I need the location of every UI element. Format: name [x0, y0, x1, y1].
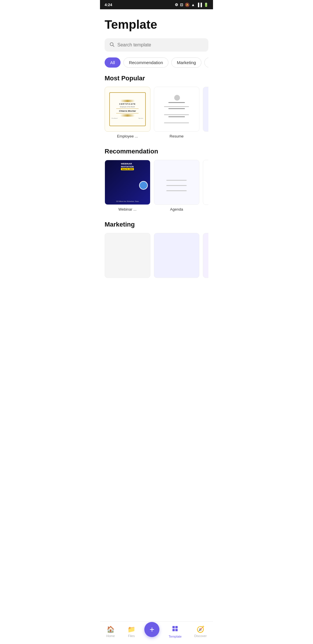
- screenshot-icon: ⊡: [180, 3, 183, 7]
- main-content: Template All Recommendation Marketing Ed…: [100, 9, 213, 634]
- cert-line-1: [116, 108, 139, 109]
- most-popular-row: CERTIFICATE Employee of the Month Chiarr…: [105, 87, 208, 140]
- template-thumb-mkt-1: [105, 233, 150, 278]
- svg-rect-2: [172, 626, 175, 628]
- template-label-agenda: Agenda: [203, 134, 208, 138]
- resume-photo: [174, 95, 180, 101]
- template-label-employee: Employee ...: [105, 134, 150, 138]
- webinar-date: June 11, 2021: [121, 168, 134, 170]
- settings-icon: ⚙: [175, 3, 178, 7]
- webinar-avatar: [139, 181, 148, 190]
- filter-chips: All Recommendation Marketing Education: [105, 57, 208, 68]
- template-label-agenda2: Agenda: [154, 207, 200, 211]
- template-icon: [172, 625, 179, 634]
- section-title-marketing: Marketing: [105, 221, 208, 228]
- nav-template-label: Template: [169, 635, 182, 638]
- cert-sub-text: Employee of the Month: [120, 106, 135, 108]
- a2-line-2: [166, 180, 187, 181]
- chip-marketing[interactable]: Marketing: [171, 57, 201, 68]
- page-title: Template: [105, 18, 208, 31]
- template-card-agenda2[interactable]: Agenda: [154, 160, 200, 211]
- r-line-4: [168, 108, 185, 109]
- search-bar[interactable]: [105, 38, 208, 52]
- section-title-recommendation: Recommendation: [105, 148, 208, 155]
- wifi-icon: ▲: [191, 3, 195, 7]
- webinar-address: 315 Wilson Ave, Richardson, Texas: [116, 200, 139, 202]
- section-recommendation: Recommendation WEBINARINVITATION June 11…: [105, 148, 208, 213]
- files-icon: 📁: [128, 626, 135, 633]
- discover-icon: 🧭: [196, 626, 204, 633]
- bottom-nav: 🏠 Home 📁 Files + Template 🧭 Discover: [100, 621, 213, 644]
- cert-ornament: [120, 100, 135, 102]
- template-thumb-mkt-3: [203, 233, 208, 278]
- cert-line-2: [116, 113, 139, 113]
- cert-border: CERTIFICATE Employee of the Month Chiarr…: [109, 92, 146, 126]
- search-input[interactable]: [117, 42, 204, 48]
- cert-ornament-2: [120, 114, 135, 117]
- svg-rect-3: [175, 626, 178, 628]
- search-icon: [109, 42, 114, 48]
- svg-line-1: [113, 46, 114, 47]
- status-bar: 4:24 ⚙ ⊡ 🔕 ▲ ▐▐ 🔋: [100, 0, 213, 9]
- cert-sig-right: Signature: [138, 117, 143, 119]
- r-line-3: [164, 106, 189, 107]
- cert-title-text: CERTIFICATE: [119, 103, 136, 105]
- cert-sig-left: Elisa Award: [112, 117, 118, 119]
- nav-files[interactable]: 📁 Files: [124, 625, 139, 639]
- section-marketing: Marketing: [105, 221, 208, 281]
- cert-bottom: Elisa Award Signature: [112, 117, 143, 119]
- section-most-popular: Most Popular CERTIFICATE Employee of the…: [105, 75, 208, 140]
- nav-template[interactable]: Template: [165, 624, 185, 639]
- r-line-11: [164, 122, 189, 123]
- svg-rect-4: [172, 629, 175, 631]
- template-thumb-webinar: WEBINARINVITATION June 11, 2021 315 Wils…: [105, 160, 150, 205]
- add-icon: +: [150, 625, 154, 634]
- template-label-resume: Resume: [154, 134, 200, 138]
- home-icon: 🏠: [107, 626, 114, 633]
- template-card-mkt-1[interactable]: [105, 233, 150, 280]
- section-title-most-popular: Most Popular: [105, 75, 208, 82]
- nav-discover[interactable]: 🧭 Discover: [191, 625, 210, 639]
- template-thumb-meeting: [203, 160, 208, 205]
- template-thumb-agenda: [203, 87, 208, 132]
- nav-home[interactable]: 🏠 Home: [103, 625, 118, 639]
- signal-icon: ▐▐: [197, 3, 202, 7]
- template-label-meeting: Meeting Minute...: [203, 207, 208, 211]
- cert-name: Chiarra Mochar: [119, 110, 136, 112]
- chip-recommendation[interactable]: Recommendation: [123, 57, 169, 68]
- template-card-meeting[interactable]: Meeting Minute...: [203, 160, 208, 211]
- template-card-webinar[interactable]: WEBINARINVITATION June 11, 2021 315 Wils…: [105, 160, 150, 211]
- chip-all[interactable]: All: [105, 57, 121, 68]
- nav-home-label: Home: [106, 634, 115, 638]
- template-card-mkt-2[interactable]: [154, 233, 200, 280]
- recommendation-row: WEBINARINVITATION June 11, 2021 315 Wils…: [105, 160, 208, 213]
- resume-header: [173, 95, 180, 101]
- r-line-7: [164, 114, 189, 115]
- a2-line-5: [166, 185, 187, 186]
- r-line-1: [168, 102, 185, 103]
- nav-discover-label: Discover: [194, 634, 207, 638]
- template-thumb-resume: [154, 87, 200, 132]
- template-thumb-employee: CERTIFICATE Employee of the Month Chiarr…: [105, 87, 150, 132]
- template-thumb-mkt-2: [154, 233, 200, 278]
- mute-icon: 🔕: [185, 3, 190, 7]
- webinar-title-text: WEBINARINVITATION: [121, 162, 134, 168]
- template-card-employee[interactable]: CERTIFICATE Employee of the Month Chiarr…: [105, 87, 150, 138]
- a2-line-8: [166, 190, 187, 191]
- template-thumb-agenda2: [154, 160, 200, 205]
- template-card-agenda[interactable]: Agenda: [203, 87, 208, 138]
- battery-icon: 🔋: [204, 3, 208, 7]
- r-line-8: [168, 116, 185, 117]
- webinar-content: WEBINARINVITATION June 11, 2021: [121, 162, 134, 170]
- chip-education[interactable]: Education: [204, 57, 208, 68]
- template-label-webinar: Webinar ...: [105, 207, 150, 211]
- status-time: 4:24: [105, 3, 112, 7]
- svg-rect-5: [175, 629, 178, 631]
- template-card-mkt-3[interactable]: [203, 233, 208, 280]
- template-card-resume[interactable]: Resume: [154, 87, 200, 138]
- svg-point-0: [110, 43, 113, 46]
- nav-add-button[interactable]: +: [144, 622, 159, 637]
- status-icons: ⚙ ⊡ 🔕 ▲ ▐▐ 🔋: [175, 3, 208, 7]
- nav-files-label: Files: [128, 634, 135, 638]
- marketing-row: [105, 233, 208, 281]
